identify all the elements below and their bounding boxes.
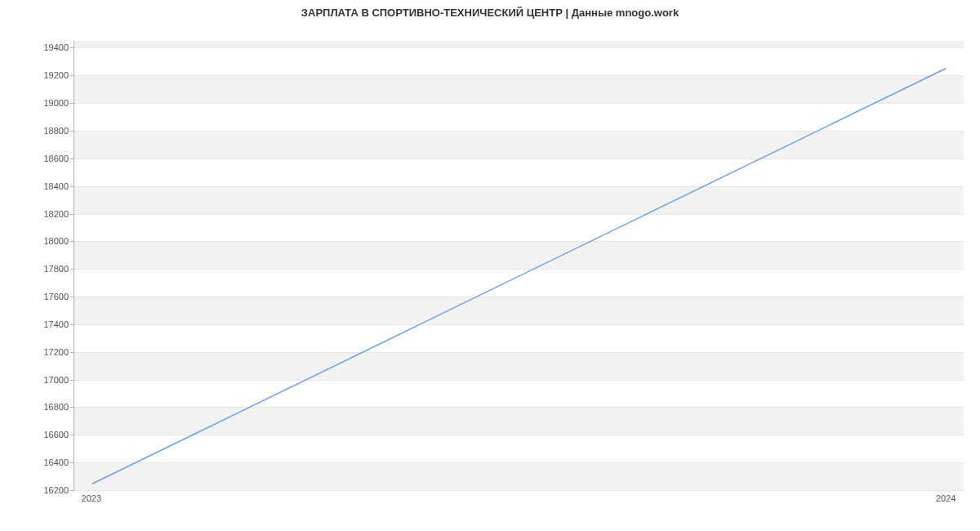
xtick-label: 2024 (936, 493, 956, 503)
xtick-label: 2023 (82, 493, 101, 503)
ytick-label: 19400 (3, 42, 69, 52)
gridline (74, 490, 964, 491)
plot-area (74, 41, 964, 490)
series-line (92, 69, 946, 484)
ytick-label: 17600 (3, 292, 69, 301)
ytick-label: 19200 (3, 70, 69, 80)
ytick-label: 16800 (3, 402, 69, 412)
ytick-label: 17000 (3, 375, 69, 385)
data-line (74, 41, 964, 489)
chart-title: ЗАРПЛАТА В СПОРТИВНО-ТЕХНИЧЕСКИЙ ЦЕНТР |… (0, 7, 980, 19)
ytick-label: 16600 (3, 430, 69, 440)
ytick-label: 18200 (3, 209, 69, 219)
ytick-label: 18000 (3, 236, 69, 246)
ytick-label: 17200 (3, 347, 69, 357)
chart-container: ЗАРПЛАТА В СПОРТИВНО-ТЕХНИЧЕСКИЙ ЦЕНТР |… (0, 0, 980, 531)
ytick-label: 16200 (3, 485, 69, 495)
ytick-label: 16400 (3, 457, 69, 467)
ytick-label: 18400 (3, 181, 69, 191)
ytick-label: 19000 (3, 98, 69, 108)
ytick-label: 18600 (3, 154, 69, 163)
ytick-label: 18800 (3, 126, 69, 136)
ytick-label: 17400 (3, 319, 69, 329)
ytick-label: 17800 (3, 264, 69, 274)
